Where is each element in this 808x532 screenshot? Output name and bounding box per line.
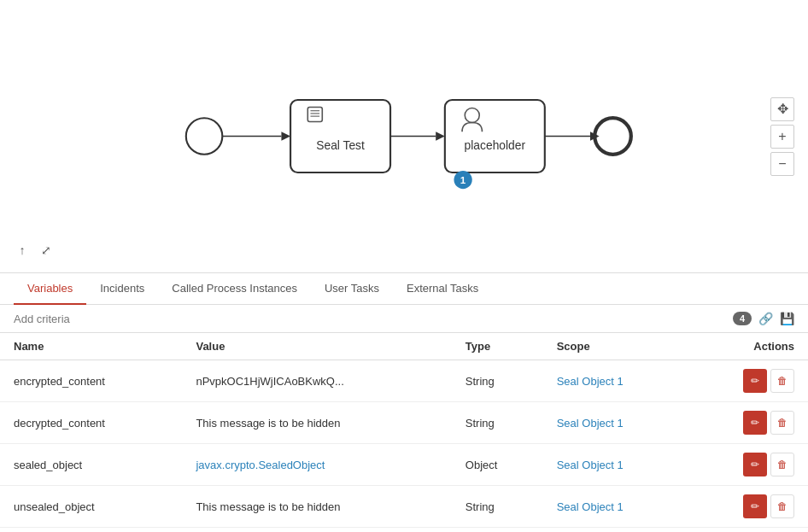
bpmn-diagram: Seal Test placeholder 1 [0, 0, 808, 272]
svg-point-17 [594, 118, 631, 155]
expand-controls: ↑ ⤢ [14, 242, 55, 259]
tabs-bar: Variables Incidents Called Process Insta… [0, 273, 808, 305]
scope-link[interactable]: Seal Object 1 [557, 500, 624, 513]
col-name: Name [0, 333, 182, 360]
cell-type: String [452, 402, 543, 444]
cell-value: This message is to be hidden [182, 486, 451, 528]
cell-value: This message is to be hidden [182, 402, 451, 444]
tab-external-tasks[interactable]: External Tasks [393, 273, 492, 305]
col-actions: Actions [688, 333, 808, 360]
cell-actions: ✏ 🗑 [688, 444, 808, 486]
scope-link[interactable]: Seal Object 1 [557, 375, 624, 388]
delete-button[interactable]: 🗑 [770, 411, 794, 435]
value-link[interactable]: javax.crypto.SealedObject [196, 459, 325, 471]
cell-name: sealed_object [0, 444, 182, 486]
diagram-area: Seal Test placeholder 1 ✥ + − [0, 0, 808, 273]
tab-incidents[interactable]: Incidents [86, 273, 158, 305]
col-value: Value [182, 333, 451, 360]
link-icon[interactable]: 🔗 [758, 312, 773, 325]
delete-button[interactable]: 🗑 [770, 494, 794, 518]
svg-text:1: 1 [460, 174, 466, 185]
filter-bar: 4 🔗 💾 [0, 305, 808, 333]
svg-marker-2 [281, 132, 290, 141]
cell-scope: Seal Object 1 [543, 402, 688, 444]
cell-actions: ✏ 🗑 [688, 486, 808, 528]
cell-name: unsealed_object [0, 486, 182, 528]
main-container: Seal Test placeholder 1 ✥ + − [0, 0, 808, 532]
collapse-button[interactable]: ↑ [14, 242, 31, 259]
cell-type: String [452, 486, 543, 528]
tab-user-tasks[interactable]: User Tasks [311, 273, 393, 305]
cell-scope: Seal Object 1 [543, 444, 688, 486]
filter-input[interactable] [14, 313, 726, 325]
cell-value: nPvpkOC1HjWjICAoBKwkQ... [182, 360, 451, 402]
delete-button[interactable]: 🗑 [770, 453, 794, 476]
table-row: sealed_object javax.crypto.SealedObject … [0, 444, 808, 486]
cell-actions: ✏ 🗑 [688, 360, 808, 402]
tab-variables[interactable]: Variables [14, 273, 86, 305]
cell-name: encrypted_content [0, 360, 182, 402]
cell-name: decrypted_content [0, 402, 182, 444]
delete-button[interactable]: 🗑 [770, 369, 794, 393]
move-button[interactable]: ✥ [770, 97, 794, 121]
edit-button[interactable]: ✏ [743, 411, 767, 435]
zoom-controls: ✥ + − [770, 97, 794, 176]
zoom-out-button[interactable]: − [770, 152, 794, 176]
svg-marker-9 [436, 132, 445, 141]
bottom-panel: Variables Incidents Called Process Insta… [0, 273, 808, 532]
svg-text:placeholder: placeholder [465, 138, 526, 152]
cell-scope: Seal Object 1 [543, 360, 688, 402]
cell-scope: Seal Object 1 [543, 486, 688, 528]
edit-button[interactable]: ✏ [743, 453, 767, 476]
tab-called-process-instances[interactable]: Called Process Instances [158, 273, 311, 305]
svg-point-0 [186, 118, 223, 155]
scope-link[interactable]: Seal Object 1 [557, 459, 624, 471]
value-text: nPvpkOC1HjWjICAoBKwkQ... [196, 375, 343, 388]
filter-count: 4 [733, 312, 752, 325]
cell-value: javax.crypto.SealedObject [182, 444, 451, 486]
variables-table: Name Value Type Scope Actions encrypted_… [0, 333, 808, 532]
svg-rect-10 [445, 100, 545, 172]
col-type: Type [452, 333, 543, 360]
table-row: unsealed_object This message is to be hi… [0, 486, 808, 528]
edit-button[interactable]: ✏ [743, 369, 767, 393]
cell-type: String [452, 360, 543, 402]
seal-test-label: Seal Test [316, 138, 365, 152]
scope-link[interactable]: Seal Object 1 [557, 417, 624, 430]
value-text: This message is to be hidden [196, 417, 340, 430]
svg-rect-3 [290, 100, 390, 172]
zoom-in-button[interactable]: + [770, 125, 794, 149]
save-icon[interactable]: 💾 [780, 312, 794, 325]
cell-type: Object [452, 444, 543, 486]
col-scope: Scope [543, 333, 688, 360]
table-row: decrypted_content This message is to be … [0, 402, 808, 444]
edit-button[interactable]: ✏ [743, 494, 767, 518]
expand-button[interactable]: ⤢ [38, 242, 55, 259]
value-text: This message is to be hidden [196, 500, 340, 513]
cell-actions: ✏ 🗑 [688, 402, 808, 444]
table-row: encrypted_content nPvpkOC1HjWjICAoBKwkQ.… [0, 360, 808, 402]
